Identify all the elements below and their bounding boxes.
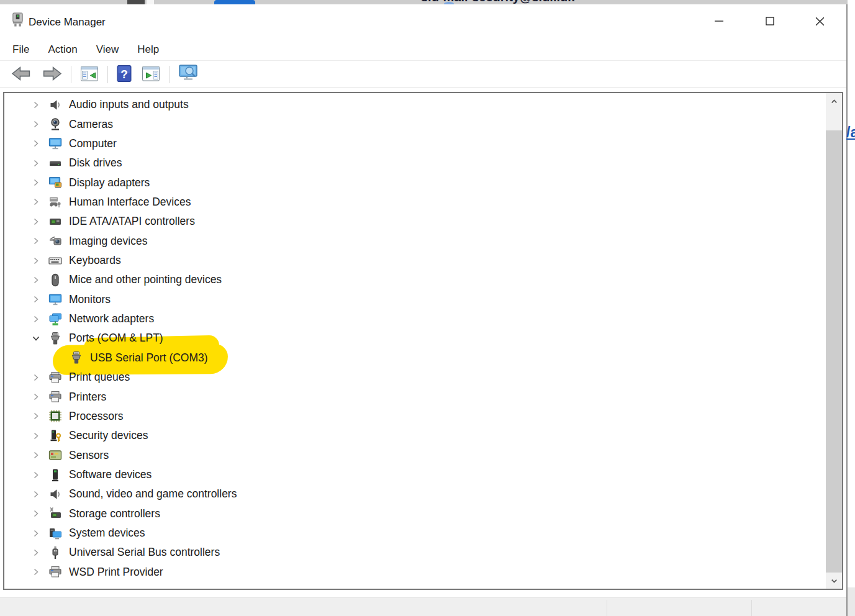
- tree-item-sound-video-and-game-controllers[interactable]: Sound, video and game controllers: [4, 484, 826, 504]
- menu-file[interactable]: File: [3, 38, 38, 60]
- tree-item-label: IDE ATA/ATAPI controllers: [69, 215, 195, 228]
- tree-item-print-queues[interactable]: Print queues: [4, 368, 826, 387]
- tree-item-usb-serial-port-com3[interactable]: USB Serial Port (COM3): [4, 348, 826, 368]
- chevron-right-icon[interactable]: [31, 470, 41, 480]
- speaker-icon: [48, 487, 63, 502]
- tree-item-software-devices[interactable]: Software devices: [4, 465, 826, 484]
- show-hide-console-tree-button[interactable]: [77, 64, 102, 85]
- background-gray-corner: [848, 587, 855, 616]
- tree-item-network-adapters[interactable]: Network adapters: [4, 309, 826, 328]
- tree-item-system-devices[interactable]: System devices: [4, 523, 826, 543]
- chevron-right-icon[interactable]: [31, 138, 41, 148]
- menu-bar: FileActionViewHelp: [0, 38, 846, 61]
- tree-item-sensors[interactable]: Sensors: [4, 445, 826, 464]
- console-tree-icon: [80, 65, 99, 84]
- keyboard-icon: [48, 253, 63, 268]
- chevron-right-icon[interactable]: [31, 548, 41, 558]
- chevron-up-icon: [830, 97, 839, 106]
- background-link-fragment[interactable]: /a: [846, 124, 855, 141]
- chevron-right-icon[interactable]: [31, 528, 41, 538]
- tree-item-label: Computer: [69, 137, 117, 150]
- system-device-icon: [48, 526, 63, 541]
- tree-item-label: Imaging devices: [69, 235, 147, 248]
- device-tree-panel: Audio inputs and outputsCamerasComputerD…: [3, 92, 843, 590]
- maximize-button[interactable]: [755, 9, 785, 34]
- tree-item-disk-drives[interactable]: Disk drives: [4, 153, 826, 173]
- menu-help[interactable]: Help: [128, 38, 168, 60]
- chevron-right-icon[interactable]: [31, 119, 41, 129]
- tree-item-universal-serial-bus-controllers[interactable]: Universal Serial Bus controllers: [4, 543, 826, 562]
- chevron-right-icon[interactable]: [31, 411, 41, 421]
- chevron-right-icon[interactable]: [31, 373, 41, 383]
- chevron-right-icon[interactable]: [31, 236, 41, 246]
- computer-icon: [48, 136, 63, 151]
- toolbar-separator: [107, 66, 108, 83]
- scroll-down-button[interactable]: [826, 573, 842, 589]
- tree-item-wsd-print-provider[interactable]: WSD Print Provider: [4, 563, 826, 582]
- network-adapter-icon: [48, 312, 63, 327]
- tree-item-label: Monitors: [69, 293, 111, 306]
- forward-button[interactable]: [38, 64, 65, 85]
- printer-icon: [48, 389, 63, 404]
- menu-view[interactable]: View: [87, 38, 129, 60]
- scroll-up-button[interactable]: [826, 93, 842, 109]
- chevron-right-icon[interactable]: [31, 275, 41, 285]
- chevron-right-icon[interactable]: [31, 256, 41, 266]
- forward-arrow-icon: [42, 65, 62, 84]
- properties-icon: [142, 65, 160, 84]
- chevron-right-icon[interactable]: [31, 431, 41, 441]
- vertical-scrollbar[interactable]: [826, 93, 842, 589]
- tree-item-label: Cameras: [69, 118, 113, 131]
- tree-item-keyboards[interactable]: Keyboards: [4, 251, 826, 270]
- tree-item-storage-controllers[interactable]: Storage controllers: [4, 504, 826, 523]
- software-device-icon: [48, 468, 63, 482]
- tree-item-cameras[interactable]: Cameras: [4, 114, 826, 134]
- tree-item-label: Print queues: [69, 371, 130, 384]
- chevron-down-icon[interactable]: [31, 333, 41, 343]
- tree-item-imaging-devices[interactable]: Imaging devices: [4, 232, 826, 251]
- tree-item-computer[interactable]: Computer: [4, 134, 826, 153]
- tree-item-monitors[interactable]: Monitors: [4, 290, 826, 309]
- chevron-right-icon[interactable]: [31, 489, 41, 499]
- scrollbar-thumb[interactable]: [826, 130, 842, 576]
- scan-for-hardware-changes-button[interactable]: [175, 63, 202, 86]
- chevron-right-icon[interactable]: [31, 450, 41, 460]
- minimize-button[interactable]: [704, 9, 734, 34]
- chevron-right-icon[interactable]: [31, 314, 41, 324]
- tree-item-ide-ata-atapi-controllers[interactable]: IDE ATA/ATAPI controllers: [4, 212, 826, 231]
- chevron-right-icon[interactable]: [31, 197, 41, 207]
- chevron-right-icon[interactable]: [31, 567, 41, 577]
- chevron-right-icon[interactable]: [31, 217, 41, 227]
- tree-item-printers[interactable]: Printers: [4, 387, 826, 406]
- processor-icon: [48, 409, 63, 424]
- tree-item-mice-and-other-pointing-devices[interactable]: Mice and other pointing devices: [4, 270, 826, 289]
- display-adapter-icon: [48, 175, 63, 190]
- close-icon: [814, 16, 826, 27]
- close-button[interactable]: [805, 9, 835, 34]
- tree-item-label: Processors: [69, 410, 124, 423]
- chevron-right-icon[interactable]: [31, 178, 41, 188]
- chevron-right-icon[interactable]: [31, 509, 41, 519]
- back-button[interactable]: [8, 64, 35, 85]
- security-device-icon: [48, 428, 63, 443]
- title-bar: Device Manager: [0, 4, 846, 38]
- tree-item-ports-com-lpt[interactable]: Ports (COM & LPT): [4, 328, 826, 348]
- tree-item-display-adapters[interactable]: Display adapters: [4, 173, 826, 192]
- tree-item-processors[interactable]: Processors: [4, 407, 826, 426]
- menu-action[interactable]: Action: [38, 38, 86, 60]
- toolbar-separator: [169, 66, 170, 83]
- chevron-right-icon[interactable]: [31, 158, 41, 168]
- properties-button[interactable]: [138, 64, 163, 85]
- tree-item-security-devices[interactable]: Security devices: [4, 426, 826, 445]
- tree-item-human-interface-devices[interactable]: Human Interface Devices: [4, 192, 826, 212]
- tree-item-label: Sound, video and game controllers: [69, 487, 237, 500]
- device-manager-icon: [11, 11, 25, 28]
- device-manager-window: Device Manager FileActionViewHelp ? Audi…: [0, 4, 848, 616]
- chevron-right-icon[interactable]: [31, 392, 41, 402]
- window-title: Device Manager: [29, 4, 106, 38]
- tree-item-label: Audio inputs and outputs: [69, 98, 189, 111]
- tree-item-audio-inputs-and-outputs[interactable]: Audio inputs and outputs: [4, 95, 826, 114]
- chevron-right-icon[interactable]: [31, 294, 41, 304]
- chevron-right-icon[interactable]: [31, 100, 41, 110]
- help-button[interactable]: ?: [114, 63, 135, 86]
